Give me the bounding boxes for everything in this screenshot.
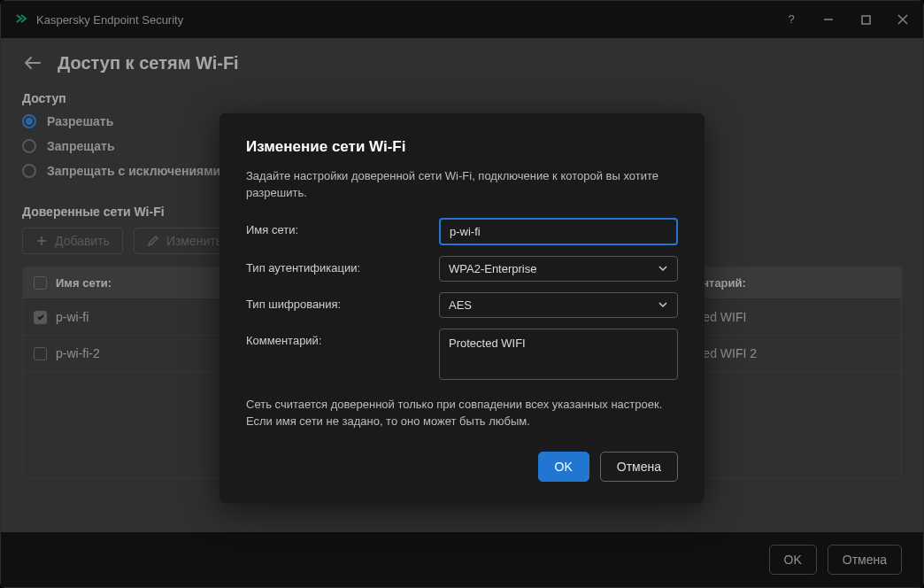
comment-label: Комментарий: [246,329,439,347]
modal-overlay: Изменение сети Wi-Fi Задайте настройки д… [0,0,924,588]
auth-select[interactable]: WPA2-Enterprise [439,256,678,282]
edit-wifi-dialog: Изменение сети Wi-Fi Задайте настройки д… [219,113,705,503]
name-label: Имя сети: [246,218,439,236]
form-row-comment: Комментарий: [246,329,678,383]
enc-label: Тип шифрования: [246,292,439,311]
name-input[interactable] [439,218,678,245]
auth-label: Тип аутентификации: [246,256,439,275]
enc-select[interactable]: AES [439,292,678,318]
dialog-ok-button[interactable]: OK [538,452,589,482]
chevron-down-icon [658,301,668,308]
form-row-auth: Тип аутентификации: WPA2-Enterprise [246,256,678,282]
auth-value: WPA2-Enterprise [449,262,536,275]
chevron-down-icon [658,265,668,272]
dialog-title: Изменение сети Wi-Fi [246,138,678,156]
form-row-name: Имя сети: [246,218,678,245]
dialog-cancel-button[interactable]: Отмена [600,452,678,482]
comment-textarea[interactable] [439,329,678,380]
enc-value: AES [449,298,472,312]
dialog-description: Задайте настройки доверенной сети Wi-Fi,… [246,168,678,202]
dialog-footer: OK Отмена [246,452,678,482]
dialog-note: Сеть считается доверенной только при сов… [246,396,678,430]
form-row-enc: Тип шифрования: AES [246,292,678,318]
